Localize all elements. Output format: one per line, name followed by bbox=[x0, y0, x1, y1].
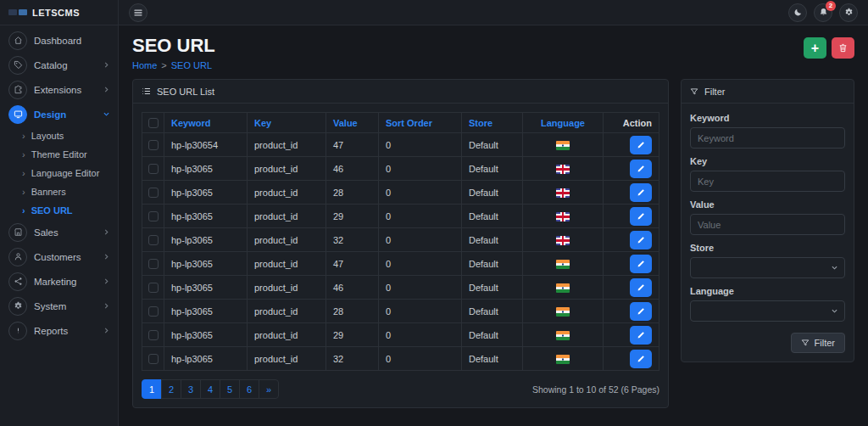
column-header-key[interactable]: Key bbox=[248, 113, 326, 133]
table-row: hp-lp3065product_id470Default bbox=[142, 252, 659, 276]
cell-store: Default bbox=[462, 323, 523, 347]
column-header-language[interactable]: Language bbox=[523, 113, 604, 133]
filter-fields: KeywordKeyValueStoreLanguageFilter bbox=[682, 104, 854, 362]
column-header-action: Action bbox=[604, 113, 659, 133]
row-checkbox[interactable] bbox=[148, 283, 159, 293]
cell-keyword: hp-lp30654 bbox=[164, 133, 248, 157]
notifications-button[interactable]: 2 bbox=[814, 3, 832, 22]
sidebar-subitem-label: Theme Editor bbox=[31, 149, 87, 160]
india-flag-icon bbox=[556, 331, 570, 340]
cell-language bbox=[523, 347, 604, 371]
edit-button[interactable] bbox=[630, 278, 652, 297]
page-button-1[interactable]: 1 bbox=[142, 379, 162, 399]
filter-value-input[interactable] bbox=[690, 214, 845, 235]
cell-sort-order: 0 bbox=[379, 323, 462, 347]
row-checkbox[interactable] bbox=[148, 330, 159, 340]
breadcrumb-current-link[interactable]: SEO URL bbox=[171, 60, 212, 70]
sidebar-item-design[interactable]: Design bbox=[0, 102, 118, 126]
row-checkbox[interactable] bbox=[148, 164, 159, 174]
cell-key: product_id bbox=[248, 276, 326, 300]
edit-button[interactable] bbox=[630, 160, 652, 178]
settings-button[interactable] bbox=[839, 3, 858, 22]
edit-button[interactable] bbox=[630, 231, 652, 249]
sidebar-item-system[interactable]: System bbox=[0, 294, 118, 318]
brand-logo-icon bbox=[8, 9, 27, 15]
page-button-5[interactable]: 5 bbox=[220, 379, 240, 399]
dark-mode-button[interactable] bbox=[788, 3, 807, 22]
page-button-2[interactable]: 2 bbox=[161, 379, 181, 399]
cell-sort-order: 0 bbox=[379, 133, 462, 157]
row-checkbox[interactable] bbox=[148, 259, 159, 269]
cell-value: 46 bbox=[326, 157, 379, 181]
pagination: 123456» bbox=[142, 379, 279, 399]
trash-icon bbox=[838, 43, 848, 53]
filter-key-input[interactable] bbox=[690, 171, 845, 192]
pagination-summary: Showing 1 to 10 of 52 (6 Pages) bbox=[532, 384, 659, 395]
sidebar-item-customers[interactable]: Customers bbox=[0, 244, 118, 269]
edit-button[interactable] bbox=[630, 183, 652, 202]
brand-logo[interactable]: LETSCMS bbox=[0, 0, 118, 25]
chevron-right-icon bbox=[103, 303, 109, 309]
breadcrumb-home-link[interactable]: Home bbox=[132, 60, 157, 70]
cell-sort-order: 0 bbox=[379, 300, 462, 323]
filter-key-label: Key bbox=[690, 156, 845, 166]
page-button-6[interactable]: 6 bbox=[239, 379, 259, 399]
table-body: hp-lp30654product_id470Defaulthp-lp3065p… bbox=[142, 133, 659, 371]
row-checkbox[interactable] bbox=[148, 188, 159, 198]
page-button-4[interactable]: 4 bbox=[200, 379, 220, 399]
cell-store: Default bbox=[462, 300, 523, 323]
sidebar-subitem-layouts[interactable]: ›Layouts bbox=[0, 126, 118, 145]
sidebar-item-sales[interactable]: Sales bbox=[0, 220, 118, 244]
cell-store: Default bbox=[462, 347, 523, 371]
cell-language bbox=[523, 157, 604, 181]
filter-submit-button[interactable]: Filter bbox=[791, 333, 845, 353]
filter-language-select[interactable] bbox=[690, 300, 845, 322]
sidebar-item-extensions[interactable]: Extensions bbox=[0, 77, 118, 102]
edit-button[interactable] bbox=[630, 326, 652, 345]
row-checkbox[interactable] bbox=[148, 140, 159, 150]
edit-button[interactable] bbox=[630, 302, 652, 321]
filter-store-select[interactable] bbox=[690, 257, 845, 278]
funnel-icon bbox=[690, 87, 698, 96]
row-checkbox[interactable] bbox=[148, 354, 159, 364]
column-header-store[interactable]: Store bbox=[462, 113, 523, 133]
edit-button[interactable] bbox=[630, 350, 652, 368]
pencil-icon bbox=[637, 331, 645, 339]
cell-value: 32 bbox=[326, 347, 379, 371]
sidebar-subitem-theme-editor[interactable]: ›Theme Editor bbox=[0, 145, 118, 164]
page-button-3[interactable]: 3 bbox=[181, 379, 201, 399]
page-button-next[interactable]: » bbox=[259, 379, 279, 399]
sidebar-subitem-language-editor[interactable]: ›Language Editor bbox=[0, 164, 118, 182]
monitor-icon bbox=[8, 105, 27, 124]
menu-toggle-button[interactable] bbox=[129, 3, 147, 22]
select-all-checkbox[interactable] bbox=[148, 118, 159, 128]
edit-button[interactable] bbox=[630, 255, 652, 273]
edit-button[interactable] bbox=[630, 136, 652, 154]
main-content: SEO URL Home > SEO URL + SEO URL List bbox=[119, 25, 868, 426]
filter-keyword-input[interactable] bbox=[690, 127, 845, 149]
table-row: hp-lp3065product_id280Default bbox=[142, 181, 659, 205]
delete-button[interactable] bbox=[832, 37, 854, 59]
cell-key: product_id bbox=[248, 205, 326, 228]
sidebar-item-catalog[interactable]: Catalog bbox=[0, 53, 118, 77]
column-header-sort-order[interactable]: Sort Order bbox=[379, 113, 462, 133]
row-checkbox[interactable] bbox=[148, 306, 159, 317]
row-checkbox[interactable] bbox=[148, 211, 159, 221]
sidebar-item-marketing[interactable]: Marketing bbox=[0, 269, 118, 294]
cell-keyword: hp-lp3065 bbox=[164, 276, 248, 300]
add-button[interactable]: + bbox=[804, 37, 826, 59]
cell-sort-order: 0 bbox=[379, 347, 462, 371]
edit-button[interactable] bbox=[630, 207, 652, 226]
cell-store: Default bbox=[462, 228, 523, 252]
column-header-keyword[interactable]: Keyword bbox=[164, 113, 248, 133]
column-header-value[interactable]: Value bbox=[326, 113, 379, 133]
sidebar-item-label: Customers bbox=[34, 252, 81, 262]
seo-url-list-panel: SEO URL List KeywordKeyValueSort OrderSt… bbox=[132, 79, 669, 408]
sidebar-item-dashboard[interactable]: Dashboard bbox=[0, 28, 118, 53]
sidebar-subitem-banners[interactable]: ›Banners bbox=[0, 182, 118, 201]
sidebar-item-reports[interactable]: Reports bbox=[0, 318, 118, 343]
row-checkbox[interactable] bbox=[148, 235, 159, 245]
home-icon bbox=[8, 31, 27, 50]
sidebar-subitem-seo-url[interactable]: ›SEO URL bbox=[0, 201, 118, 220]
cell-store: Default bbox=[462, 181, 523, 205]
